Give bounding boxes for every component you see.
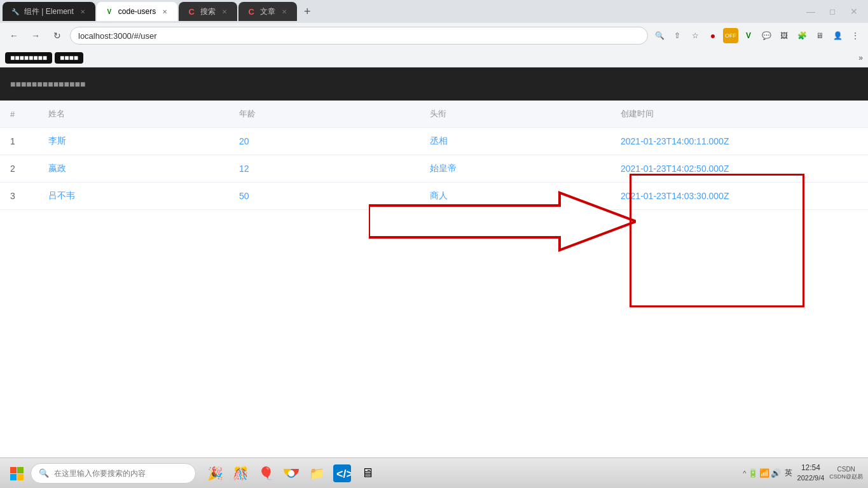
bookmark-label-2: ■■■■ xyxy=(60,53,78,62)
bookmark-2[interactable]: ■■■■ xyxy=(55,52,83,64)
extension-puzzle[interactable]: 🧩 xyxy=(794,28,809,43)
address-box[interactable]: localhost:3000/#/user xyxy=(70,27,648,45)
svg-rect-2 xyxy=(17,467,24,473)
svg-rect-1 xyxy=(10,467,17,473)
navbar-brand: ■■■■■■■■■■■■■■ xyxy=(10,79,85,89)
users-table: # 姓名 年龄 头衔 创建时间 1 李斯 20 丞相 2021-01-23T14… xyxy=(0,101,868,210)
extension-monitor[interactable]: 🖥 xyxy=(812,28,827,43)
profile-icon[interactable]: 👤 xyxy=(830,28,845,43)
tab-label-code-users: code-users xyxy=(118,7,156,16)
tray-battery: 🔋 xyxy=(748,468,758,478)
new-tab-button[interactable]: + xyxy=(298,3,316,20)
bookmarks-more[interactable]: » xyxy=(858,53,863,62)
tab-bar: 🔧 组件 | Element ✕ V code-users ✕ C 搜索 ✕ C… xyxy=(0,0,868,23)
search-icon[interactable]: 🔍 xyxy=(652,28,667,43)
taskbar-apps: 🎉 🎊 🎈 📁 </> 🖥 xyxy=(203,462,379,485)
taskbar-app-balloon[interactable]: 🎈 xyxy=(254,462,277,485)
app-navbar: ■■■■■■■■■■■■■■ xyxy=(0,67,868,101)
tray-volume: 🔊 xyxy=(771,468,781,478)
cell-title: 丞相 xyxy=(420,128,610,155)
bookmarks-bar: ■■■■■■■■ ■■■■ » xyxy=(0,48,868,67)
share-icon[interactable]: ⇧ xyxy=(670,28,685,43)
clock-time: 12:54 xyxy=(797,463,825,473)
bookmark-1[interactable]: ■■■■■■■■ xyxy=(5,52,52,64)
tab-favicon-search: C xyxy=(186,6,196,17)
tab-label-search: 搜索 xyxy=(200,6,216,17)
taskbar-app-explorer[interactable]: 📁 xyxy=(305,462,328,485)
cell-age: 20 xyxy=(229,128,420,155)
col-header-title: 头衔 xyxy=(420,101,610,128)
tab-close-element[interactable]: ✕ xyxy=(78,6,88,17)
extension-photo[interactable]: 🖼 xyxy=(776,28,792,43)
tab-close-code-users[interactable]: ✕ xyxy=(160,6,170,17)
tray-wifi: 📶 xyxy=(759,468,769,478)
minimize-button[interactable]: — xyxy=(802,3,820,20)
bookmark-icon[interactable]: ☆ xyxy=(687,28,703,43)
reload-button[interactable]: ↻ xyxy=(48,27,66,45)
cell-created: 2021-01-23T14:02:50.000Z xyxy=(610,155,868,183)
extension-green-orange[interactable]: OFF xyxy=(723,28,738,43)
tab-article[interactable]: C 文章 ✕ xyxy=(238,2,297,21)
cell-name: 嬴政 xyxy=(38,155,229,183)
cell-name: 李斯 xyxy=(38,128,229,155)
taskbar-clock[interactable]: 12:54 2022/9/4 xyxy=(797,463,825,483)
tab-search[interactable]: C 搜索 ✕ xyxy=(179,2,237,21)
extension-red[interactable]: ● xyxy=(705,28,720,43)
col-header-age: 年龄 xyxy=(229,101,420,128)
page-content: # 姓名 年龄 头衔 创建时间 1 李斯 20 丞相 2021-01-23T14… xyxy=(0,101,868,210)
browser-chrome: 🔧 组件 | Element ✕ V code-users ✕ C 搜索 ✕ C… xyxy=(0,0,868,67)
tab-close-article[interactable]: ✕ xyxy=(279,6,289,17)
tray-chevron[interactable]: ^ xyxy=(743,470,746,477)
taskbar-search-input[interactable] xyxy=(54,469,188,478)
extension-v[interactable]: V xyxy=(741,28,756,43)
col-header-index: # xyxy=(0,101,38,128)
cell-index: 1 xyxy=(0,128,38,155)
cell-created: 2021-01-23T14:03:30.000Z xyxy=(610,183,868,210)
taskbar-brand: CSDN xyxy=(829,466,863,473)
tab-code-users[interactable]: V code-users ✕ xyxy=(97,2,177,21)
taskbar-app-chrome[interactable] xyxy=(280,462,303,485)
taskbar-user-info: CSDN CSDN@赵易 xyxy=(829,466,863,480)
table-row: 1 李斯 20 丞相 2021-01-23T14:00:11.000Z xyxy=(0,128,868,155)
restore-button[interactable]: ◻ xyxy=(823,3,841,20)
menu-icon[interactable]: ⋮ xyxy=(848,28,863,43)
taskbar-tray: ^ 🔋 📶 🔊 英 xyxy=(743,468,794,478)
address-text: localhost:3000/#/user xyxy=(78,31,157,41)
tab-label-element: 组件 | Element xyxy=(24,6,74,17)
taskbar-app-terminal[interactable]: 🖥 xyxy=(356,462,379,485)
col-header-created: 创建时间 xyxy=(610,101,868,128)
start-button[interactable] xyxy=(5,462,28,485)
tray-lang: 英 xyxy=(785,468,792,478)
svg-text:</>: </> xyxy=(336,468,351,480)
close-button[interactable]: ✕ xyxy=(845,3,863,20)
cell-index: 2 xyxy=(0,155,38,183)
taskbar-app-vscode[interactable]: </> xyxy=(331,462,354,485)
toolbar-icons: 🔍 ⇧ ☆ ● OFF V 💬 🖼 🧩 🖥 👤 ⋮ xyxy=(652,28,863,43)
address-bar-row: ← → ↻ localhost:3000/#/user 🔍 ⇧ ☆ ● OFF … xyxy=(0,23,868,48)
cell-index: 3 xyxy=(0,183,38,210)
svg-rect-4 xyxy=(17,474,24,480)
extension-discord[interactable]: 💬 xyxy=(759,28,774,43)
taskbar-user: CSDN@赵易 xyxy=(829,473,863,480)
table-header-row: # 姓名 年龄 头衔 创建时间 xyxy=(0,101,868,128)
bookmark-label-1: ■■■■■■■■ xyxy=(10,53,47,62)
tab-close-search[interactable]: ✕ xyxy=(219,6,230,17)
table-container: # 姓名 年龄 头衔 创建时间 1 李斯 20 丞相 2021-01-23T14… xyxy=(0,101,868,210)
col-header-name: 姓名 xyxy=(38,101,229,128)
cell-title: 始皇帝 xyxy=(420,155,610,183)
cell-title: 商人 xyxy=(420,183,610,210)
taskbar: 🔍 🎉 🎊 🎈 📁 </> 🖥 xyxy=(0,457,868,488)
clock-date: 2022/9/4 xyxy=(797,473,825,483)
tab-favicon-code-users: V xyxy=(104,6,114,17)
forward-button[interactable]: → xyxy=(27,27,45,45)
taskbar-search-box[interactable]: 🔍 xyxy=(31,463,196,484)
back-button[interactable]: ← xyxy=(5,27,23,45)
taskbar-app-party[interactable]: 🎊 xyxy=(229,462,252,485)
tab-element[interactable]: 🔧 组件 | Element ✕ xyxy=(3,2,95,21)
svg-point-7 xyxy=(288,470,294,477)
cell-created: 2021-01-23T14:00:11.000Z xyxy=(610,128,868,155)
taskbar-app-celebration[interactable]: 🎉 xyxy=(203,462,226,485)
table-row: 3 吕不韦 50 商人 2021-01-23T14:03:30.000Z xyxy=(0,183,868,210)
search-icon-taskbar: 🔍 xyxy=(39,468,49,478)
table-row: 2 嬴政 12 始皇帝 2021-01-23T14:02:50.000Z xyxy=(0,155,868,183)
